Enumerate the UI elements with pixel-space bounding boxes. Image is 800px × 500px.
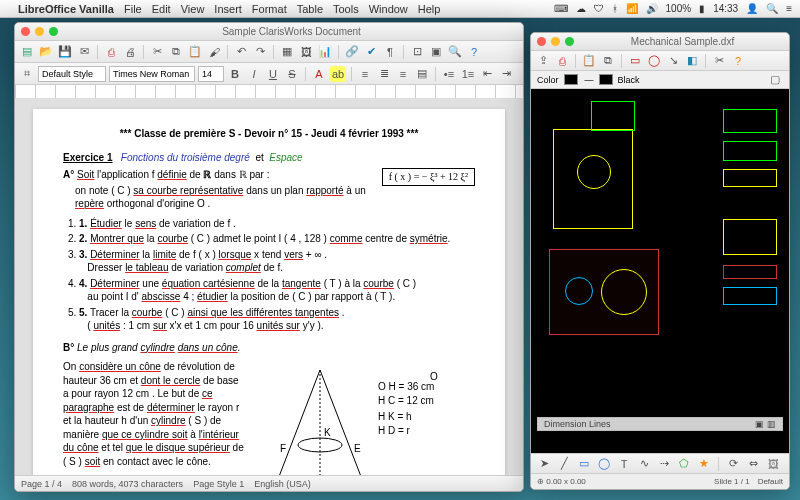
menu-tools[interactable]: Tools [333,3,359,15]
copy-icon[interactable]: ⧉ [168,44,184,60]
app-name[interactable]: LibreOffice Vanilla [18,3,114,15]
status-slide[interactable]: Slide 1 / 1 [714,477,750,486]
basic-shapes-icon[interactable]: ⬠ [676,456,692,472]
color-name[interactable]: Black [618,75,640,85]
menu-file[interactable]: File [124,3,142,15]
writer-titlebar[interactable]: Sample ClarisWorks Document [15,23,523,41]
navigator-icon[interactable]: ⊡ [409,44,425,60]
help-icon[interactable]: ? [730,53,746,69]
paragraph-style-combo[interactable]: Default Style [38,66,106,82]
arrow-icon[interactable]: ↘ [665,53,681,69]
menu-table[interactable]: Table [297,3,323,15]
rotate-icon[interactable]: ⟳ [725,456,741,472]
strike-button[interactable]: S [284,66,300,82]
status-pagestyle[interactable]: Page Style 1 [193,479,244,489]
layer-tab[interactable]: Dimension Lines ▣ ▥ [537,417,783,431]
new-doc-icon[interactable]: ▤ [19,44,35,60]
shape-ellipse-icon[interactable]: ◯ [646,53,662,69]
horizontal-ruler[interactable] [15,85,523,99]
justify-icon[interactable]: ▤ [414,66,430,82]
image-icon[interactable]: 🖼 [298,44,314,60]
italic-button[interactable]: I [246,66,262,82]
zoom-button[interactable] [49,27,58,36]
pdf-icon[interactable]: ⎙ [103,44,119,60]
keyboard-icon[interactable]: ⌨ [554,3,568,14]
align-icon[interactable]: ⇔ [745,456,761,472]
chart-icon[interactable]: 📊 [317,44,333,60]
minimize-button[interactable] [551,37,560,46]
document-area[interactable]: *** Classe de première S - Devoir n° 15 … [15,99,523,475]
nonprinting-icon[interactable]: ¶ [382,44,398,60]
status-words[interactable]: 808 words, 4073 characters [72,479,183,489]
bold-button[interactable]: B [227,66,243,82]
indent-dec-icon[interactable]: ⇤ [479,66,495,82]
open-icon[interactable]: 📂 [38,44,54,60]
shield-icon[interactable]: 🛡 [594,3,604,14]
draw-canvas[interactable]: Dimension Lines ▣ ▥ [531,89,789,453]
paste-icon[interactable]: 📋 [187,44,203,60]
status-page[interactable]: Page 1 / 4 [21,479,62,489]
numbering-icon[interactable]: 1≡ [460,66,476,82]
ellipse-tool-icon[interactable]: ◯ [596,456,612,472]
3d-icon[interactable]: ◧ [684,53,700,69]
menu-view[interactable]: View [181,3,205,15]
volume-icon[interactable]: 🔊 [646,3,658,14]
clone-icon[interactable]: ⧉ [600,53,616,69]
pointer-icon[interactable]: ➤ [536,456,552,472]
text-tool-icon[interactable]: T [616,456,632,472]
cut-icon[interactable]: ✂ [149,44,165,60]
font-size-combo[interactable]: 14 [198,66,224,82]
rect-tool-icon[interactable]: ▭ [576,456,592,472]
hyperlink-icon[interactable]: 🔗 [344,44,360,60]
pdf-icon[interactable]: ⎙ [554,53,570,69]
align-right-icon[interactable]: ≡ [395,66,411,82]
draw-titlebar[interactable]: Mechanical Sample.dxf [531,33,789,51]
crop-icon[interactable]: ✂ [711,53,727,69]
gallery-icon[interactable]: ▣ [428,44,444,60]
print-icon[interactable]: 🖨 [122,44,138,60]
styles-icon[interactable]: ⌗ [19,66,35,82]
export-icon[interactable]: ⇪ [535,53,551,69]
user-icon[interactable]: 👤 [746,3,758,14]
shape-rect-icon[interactable]: ▭ [627,53,643,69]
indent-inc-icon[interactable]: ⇥ [498,66,514,82]
spellcheck-icon[interactable]: ✔ [363,44,379,60]
highlight-icon[interactable]: ab [330,66,346,82]
close-button[interactable] [537,37,546,46]
undo-icon[interactable]: ↶ [233,44,249,60]
menu-format[interactable]: Format [252,3,287,15]
zoom-icon[interactable]: 🔍 [447,44,463,60]
cloud-icon[interactable]: ☁ [576,3,586,14]
align-center-icon[interactable]: ≣ [376,66,392,82]
underline-button[interactable]: U [265,66,281,82]
zoom-button[interactable] [565,37,574,46]
redo-icon[interactable]: ↷ [252,44,268,60]
font-color-icon[interactable]: A [311,66,327,82]
spotlight-icon[interactable]: 🔍 [766,3,778,14]
help-icon[interactable]: ? [466,44,482,60]
email-icon[interactable]: ✉ [76,44,92,60]
insert-image-icon[interactable]: 🖼 [765,456,781,472]
close-button[interactable] [21,27,30,36]
status-layout[interactable]: Default [758,477,783,486]
menu-edit[interactable]: Edit [152,3,171,15]
curve-tool-icon[interactable]: ∿ [636,456,652,472]
status-language[interactable]: English (USA) [254,479,311,489]
save-icon[interactable]: 💾 [57,44,73,60]
menu-insert[interactable]: Insert [214,3,242,15]
table-icon[interactable]: ▦ [279,44,295,60]
notification-icon[interactable]: ≡ [786,3,792,14]
menu-window[interactable]: Window [369,3,408,15]
shadow-icon[interactable]: ▢ [767,72,783,88]
wifi-icon[interactable]: 📶 [626,3,638,14]
line-icon[interactable]: ╱ [556,456,572,472]
line-color-swatch[interactable] [564,74,578,85]
bullets-icon[interactable]: •≡ [441,66,457,82]
bluetooth-icon[interactable]: ᚼ [612,3,618,14]
align-left-icon[interactable]: ≡ [357,66,373,82]
connector-icon[interactable]: ⇢ [656,456,672,472]
paste-icon[interactable]: 📋 [581,53,597,69]
menu-help[interactable]: Help [418,3,441,15]
star-icon[interactable]: ★ [696,456,712,472]
paintbrush-icon[interactable]: 🖌 [206,44,222,60]
